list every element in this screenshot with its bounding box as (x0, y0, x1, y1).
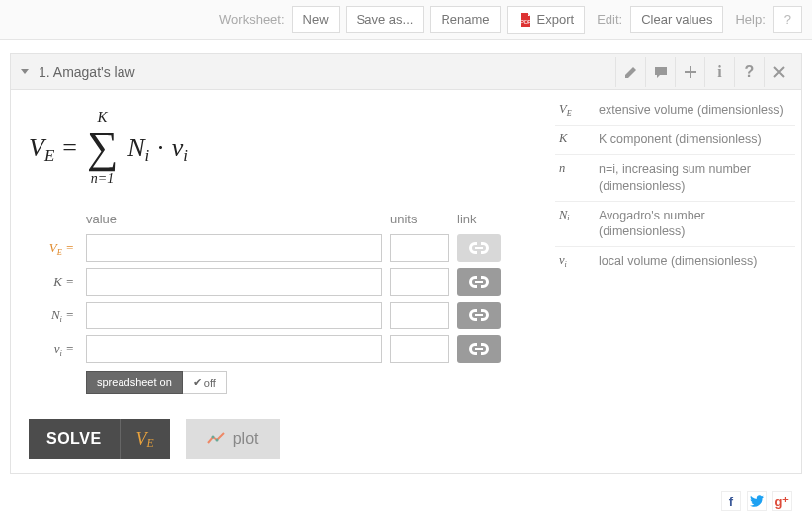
edit-label: Edit: (597, 12, 622, 27)
definition-row: VEextensive volume (dimensionless) (555, 96, 795, 126)
new-button[interactable]: New (292, 6, 340, 33)
card-title: 1. Amagat's law (39, 64, 615, 80)
spreadsheet-toggle[interactable]: spreadsheet on ✔off (86, 371, 531, 394)
link-button[interactable] (457, 302, 501, 329)
units-input[interactable] (390, 335, 449, 363)
add-icon[interactable] (675, 57, 704, 87)
value-input[interactable] (86, 335, 382, 363)
definition-row: vilocal volume (dimensionless) (555, 247, 795, 276)
solve-button[interactable]: SOLVE VE (29, 419, 170, 459)
help-button[interactable]: ? (773, 6, 802, 33)
units-input[interactable] (390, 302, 449, 329)
info-icon[interactable]: i (704, 57, 734, 87)
definition-row: KK component (dimensionless) (555, 126, 795, 155)
units-input[interactable] (390, 268, 449, 296)
svg-text:PDF: PDF (520, 19, 531, 25)
var-label: VE = (29, 240, 78, 256)
header-units: units (390, 212, 449, 228)
header-value: value (86, 212, 382, 228)
save-as-button[interactable]: Save as... (346, 6, 425, 33)
export-button[interactable]: PDF Export (507, 6, 586, 34)
facebook-icon[interactable]: f (721, 491, 741, 511)
definition-row: nn=i, increasing sum number (dimensionle… (555, 155, 795, 202)
link-button[interactable] (457, 335, 501, 363)
twitter-icon[interactable] (747, 491, 767, 511)
pdf-icon: PDF (518, 12, 533, 28)
link-button (457, 234, 501, 262)
definition-row: NiAvogadro's number (dimensionless) (555, 202, 795, 248)
rename-button[interactable]: Rename (430, 6, 500, 33)
units-input[interactable] (390, 234, 449, 262)
value-input[interactable] (86, 234, 382, 262)
google-plus-icon[interactable]: g⁺ (772, 491, 792, 511)
plot-icon (207, 431, 225, 447)
help-label: Help: (735, 12, 765, 27)
collapse-icon[interactable] (21, 69, 29, 74)
svg-point-2 (215, 439, 218, 442)
close-icon[interactable] (764, 57, 793, 87)
header-link: link (457, 212, 505, 228)
worksheet-label: Worksheet: (219, 12, 284, 27)
value-input[interactable] (86, 302, 382, 329)
comment-icon[interactable] (645, 57, 675, 87)
svg-point-1 (211, 436, 214, 439)
clear-values-button[interactable]: Clear values (630, 6, 723, 33)
var-label: vi = (29, 341, 78, 357)
question-icon[interactable]: ? (734, 57, 764, 87)
var-label: Ni = (29, 307, 78, 323)
value-grid: value units link VE =K =Ni =vi = (29, 212, 531, 363)
link-button[interactable] (457, 268, 501, 296)
edit-icon[interactable] (615, 57, 645, 87)
plot-button[interactable]: plot (186, 419, 281, 459)
formula-display: VE = K ∑ n=1 Ni · vi (29, 100, 531, 212)
var-label: K = (29, 274, 78, 290)
value-input[interactable] (86, 268, 382, 296)
formula-card: 1. Amagat's law i ? VE = K ∑ n=1 Ni (10, 53, 802, 474)
definitions-panel: VEextensive volume (dimensionless)KK com… (549, 90, 801, 473)
